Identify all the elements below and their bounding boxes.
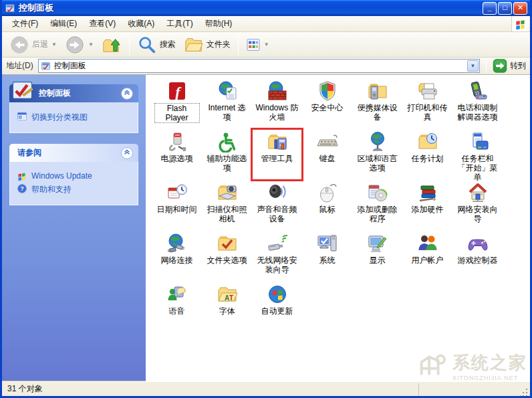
date-time-icon [166,182,188,203]
cp-item-label: 安全中心 [311,103,344,112]
cp-item-mouse[interactable]: 鼠标 [302,180,352,231]
cp-item-regional-language[interactable]: 区域和语言选项 [352,129,402,180]
go-label: 转到 [510,60,526,72]
cp-item-scanners-cameras[interactable]: 扫描仪和照相机 [202,180,252,231]
cp-item-label: 文件夹选项 [207,256,247,265]
menu-item-1[interactable]: 编辑(E) [44,17,83,30]
title-bar[interactable]: 控制面板 _ □ ✕ [2,0,530,16]
cp-item-label: 辅助功能选项 [205,154,250,173]
cp-item-flash-player[interactable]: fFlash Player [152,78,202,129]
keyboard-icon [317,131,338,153]
power-options-icon [166,131,188,153]
cp-item-date-time[interactable]: 日期和时间 [152,180,202,231]
cp-item-scheduled-tasks[interactable]: 任务计划 [402,129,452,180]
close-button[interactable]: ✕ [513,2,527,15]
panel-control-panel-header[interactable]: 控制面板 [9,84,138,102]
chevron-up-icon[interactable] [121,88,133,100]
minimize-button[interactable]: _ [483,2,497,15]
address-dropdown-icon[interactable]: ▼ [467,60,479,72]
views-button[interactable]: ▼ [243,36,273,54]
back-dropdown-icon[interactable]: ▼ [51,41,57,47]
menu-item-4[interactable]: 工具(T) [160,17,198,30]
cp-item-label: 系统 [319,256,336,265]
cp-item-wireless-wizard[interactable]: 无线网络安装向导 [252,231,302,282]
control-panel-window-icon [5,3,16,14]
sidebar-link-category-view[interactable]: 切换到分类视图 [17,112,134,123]
resize-grip[interactable] [520,387,529,396]
sidebar-link-label: Windows Update [31,171,92,181]
cp-item-folder-options[interactable]: 文件夹选项 [202,231,252,282]
forward-dropdown-icon[interactable]: ▼ [88,41,94,47]
address-input[interactable]: 控制面板 ▼ [38,59,480,73]
cp-item-security-center[interactable]: 安全中心 [302,78,352,129]
cp-item-user-accounts[interactable]: 用户帐户 [402,231,452,282]
cp-item-windows-firewall[interactable]: Windows 防火墙 [252,78,302,129]
cp-item-add-remove-programs[interactable]: 添加或删除程序 [352,180,402,231]
cp-item-taskbar-startmenu[interactable]: 任务栏和「开始」菜单 [452,129,503,180]
cp-item-display[interactable]: 显示 [352,231,402,282]
cp-item-label: 键盘 [319,154,336,163]
cp-item-keyboard[interactable]: 键盘 [302,129,352,180]
cp-item-add-hardware[interactable]: 添加硬件 [402,180,452,231]
search-button[interactable]: 搜索 [134,33,179,56]
status-object-count: 31 个对象 [7,383,418,395]
cp-item-auto-updates[interactable]: 自动更新 [252,282,302,332]
cp-item-phone-modem[interactable]: 电话和调制解调器选项 [452,78,503,129]
watermark-subtext: XITONGZHIJIA.NET [452,375,527,381]
auto-updates-icon [267,284,288,305]
menu-item-0[interactable]: 文件(F) [6,17,44,30]
cp-item-label: 管理工具 [261,154,293,163]
cp-item-game-controllers[interactable]: 游戏控制器 [452,231,503,282]
menu-item-2[interactable]: 查看(V) [83,17,122,30]
folders-label: 文件夹 [207,39,231,50]
game-controllers-icon [467,233,489,254]
forward-button[interactable]: ▼ [61,33,97,56]
cp-item-accessibility[interactable]: 辅助功能选项 [202,129,252,180]
menu-bar: 文件(F)编辑(E)查看(V)收藏(A)工具(T)帮助(H) [2,16,530,32]
cp-item-speech[interactable]: 语音 [152,282,202,332]
up-button[interactable] [98,33,125,56]
cp-item-label: 便携媒体设备 [355,103,400,122]
cp-item-power-options[interactable]: 电源选项 [152,129,202,180]
cp-item-sounds-audio[interactable]: 声音和音频设备 [252,180,302,231]
maximize-button[interactable]: □ [498,2,512,15]
toolbar-separator [486,59,487,74]
address-label: 地址(D) [5,60,35,72]
menu-item-3[interactable]: 收藏(A) [122,17,160,30]
speech-icon [166,284,188,305]
cp-item-printers-faxes[interactable]: 打印机和传真 [402,78,452,129]
status-bar: 31 个对象 [2,381,530,396]
taskbar-startmenu-icon [467,131,489,153]
security-center-icon [317,80,338,102]
cp-item-system[interactable]: 系统 [302,231,352,282]
cp-item-portable-media[interactable]: 便携媒体设备 [352,78,402,129]
user-accounts-icon [417,233,438,254]
cp-item-fonts[interactable]: AT字体 [202,282,252,332]
sidebar-link-help[interactable]: ?帮助和支持 [17,184,134,195]
go-button[interactable]: 转到 [493,59,527,73]
menu-item-5[interactable]: 帮助(H) [199,17,239,30]
toolbar-separator [238,35,239,55]
folder-options-icon [217,233,238,254]
up-folder-icon [102,35,122,55]
panel-title: 控制面板 [39,88,121,99]
cp-item-admin-tools[interactable]: 管理工具 [252,129,302,180]
cp-item-network-connections[interactable]: 网络连接 [152,231,202,282]
cp-item-network-wizard[interactable]: 网络安装向导 [452,180,503,231]
chevron-up-icon[interactable] [121,147,133,159]
folders-button[interactable]: 文件夹 [180,33,234,56]
cp-item-internet-options[interactable]: Internet 选项 [202,78,252,129]
back-button[interactable]: 后退 ▼ [6,33,60,56]
control-panel-window: 控制面板 _ □ ✕ 文件(F)编辑(E)查看(V)收藏(A)工具(T)帮助(H… [0,0,532,398]
cp-item-label: 添加或删除程序 [355,205,400,223]
panel-see-also-header[interactable]: 请参阅 [9,144,138,162]
windows-firewall-icon [267,80,288,102]
network-connections-icon [166,233,188,254]
cp-item-label: Windows 防火墙 [255,103,300,122]
cp-item-label: 电话和调制解调器选项 [455,103,501,122]
views-dropdown-icon[interactable]: ▼ [264,41,269,47]
cp-item-label: 添加硬件 [412,205,444,214]
fonts-icon: AT [217,284,238,305]
address-bar: 地址(D) 控制面板 ▼ 转到 [2,58,530,75]
sidebar-link-windows-update[interactable]: Windows Update [17,171,134,181]
